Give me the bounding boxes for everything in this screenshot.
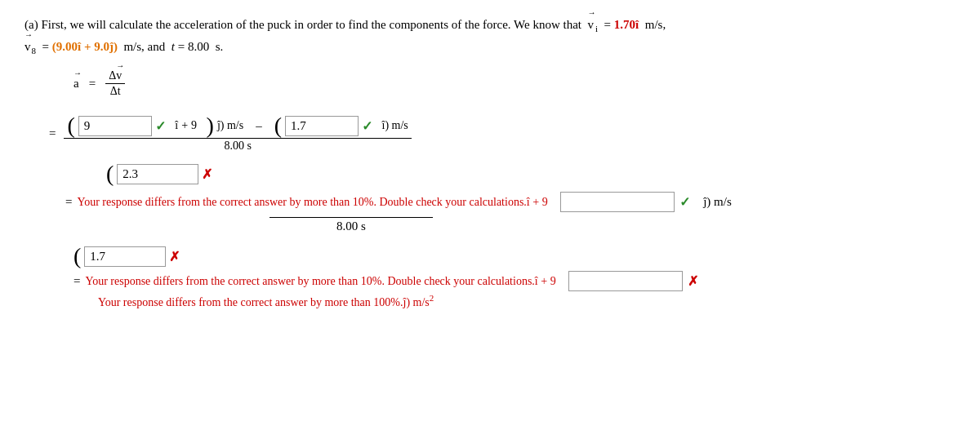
error-msg-2: Your response differs from the correct a… <box>85 275 555 288</box>
check-2nd-b: ✓ <box>679 194 690 210</box>
denominator: 8.00 s <box>220 139 254 153</box>
error-text-1: Your response differs from the correct a… <box>77 196 526 208</box>
open-paren-1: ( <box>67 114 74 137</box>
a-vec-label: →a <box>74 77 79 91</box>
error-final-text: Your response differs from the correct a… <box>98 296 434 308</box>
hat-i-1: î <box>175 119 178 132</box>
cross-3rd-row: ✗ <box>169 249 180 264</box>
intro-paragraph: (a) First, we will calculate the acceler… <box>24 15 956 58</box>
hat-i-2: î) m/s <box>382 119 408 132</box>
denom-2nd-val: 8.00 s <box>336 219 366 233</box>
open-paren-3: ( <box>106 162 114 185</box>
equals-3: = <box>74 274 80 288</box>
vi-unit: m/s <box>645 18 663 31</box>
error-text-2: Your response differs from the correct a… <box>85 275 534 287</box>
open-paren-2: ( <box>274 114 282 137</box>
input-num1[interactable] <box>78 116 152 136</box>
cross-3rd-b: ✗ <box>688 273 698 289</box>
vi-value: 1.70 <box>614 18 635 31</box>
v8-unit: m/s <box>123 40 141 53</box>
delta-fraction: Δ→v Δt <box>105 69 125 98</box>
val-2: 9 <box>542 196 548 208</box>
v8-vector: v→8 = (9.00î + 9.0ĵ) m/s, and t = 8.00 s… <box>24 40 223 53</box>
error-3rd-final: Your response differs from the correct a… <box>98 293 956 309</box>
equals-fraction: = <box>49 126 56 140</box>
check-num1: ✓ <box>155 118 166 134</box>
unit-j-ms: ĵ) m/s <box>217 119 243 132</box>
t-unit: s <box>216 40 220 53</box>
intro-text-part1: (a) First, we will calculate the acceler… <box>24 18 581 31</box>
input-3rd-row-b[interactable] <box>568 271 683 291</box>
delta-t: Δt <box>107 84 124 98</box>
equals-sign: = <box>89 77 96 91</box>
close-paren-1: ) <box>207 114 214 137</box>
vi-vector: v→i = 1.70î m/s, <box>585 18 666 31</box>
input-2nd-row-b[interactable] <box>560 192 675 212</box>
hat-j-2: ĵ) m/s <box>703 195 732 209</box>
t-value: 8.00 <box>188 40 209 53</box>
numerator: ( ✓ î + 9 ) ĵ) m/s – ( ✓ î) m/s <box>64 114 411 139</box>
equals-2: = <box>65 195 72 209</box>
minus: – <box>256 119 262 133</box>
error-msg-1: Your response differs from the correct a… <box>77 196 547 209</box>
input-3rd-row[interactable] <box>84 246 166 267</box>
main-fraction: ( ✓ î + 9 ) ĵ) m/s – ( ✓ î) m/s 8.00 s <box>64 114 411 153</box>
v8-value: (9.00î + 9.0ĵ) <box>52 40 118 53</box>
input-num2[interactable] <box>285 116 359 136</box>
denom-2nd: 8.00 s <box>270 217 433 233</box>
cross-2nd-row: ✗ <box>202 166 212 182</box>
error-text-3: Your response differs from the correct a… <box>98 296 403 308</box>
input-2nd-row[interactable] <box>117 164 198 184</box>
open-paren-4: ( <box>74 245 81 268</box>
val-3: 9 <box>550 275 556 287</box>
delta-v: Δ→v <box>105 69 125 84</box>
val-9: 9 <box>191 119 197 132</box>
check-num2: ✓ <box>362 118 372 134</box>
